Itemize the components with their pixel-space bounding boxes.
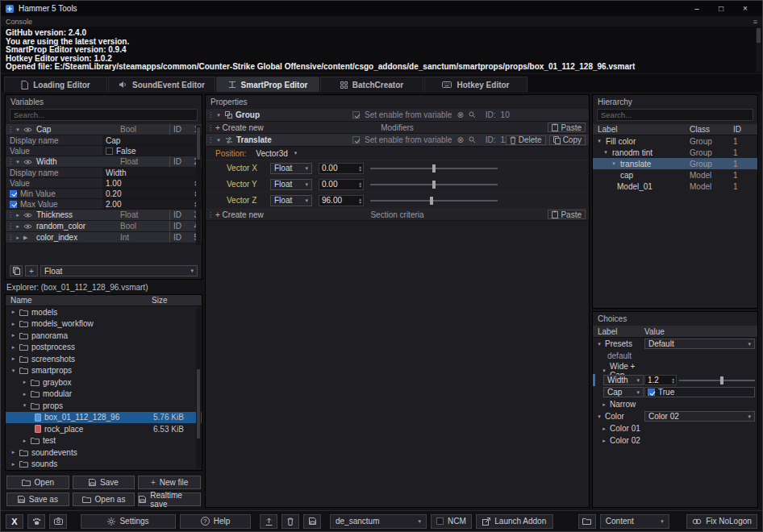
close-button[interactable]: ×	[733, 1, 757, 16]
choice-row-color-02[interactable]: ▸Color 02	[593, 434, 757, 447]
minimize-button[interactable]: –	[685, 1, 709, 16]
width-variable-dropdown[interactable]: Width▾	[603, 375, 644, 385]
hierarchy-row-model-01[interactable]: Model_01 Model 1	[593, 181, 757, 192]
vector-slider[interactable]	[370, 163, 498, 174]
name-column-header[interactable]: Name	[6, 296, 152, 305]
tab-soundevent-editor[interactable]: SoundEvent Editor	[108, 77, 215, 92]
camera-button[interactable]	[49, 514, 67, 529]
tree-item-box-01-112-128-96[interactable]: box_01_112_128_965.76 KiB	[6, 412, 202, 424]
save-as-button[interactable]: Save as	[6, 493, 69, 506]
tree-item-modular[interactable]: ▸modular	[6, 389, 202, 401]
chevron-right-icon[interactable]: ▸	[22, 379, 27, 385]
tree-item-sounds[interactable]: ▸sounds	[6, 459, 202, 471]
max-value-checkbox[interactable]	[10, 201, 17, 208]
chevron-right-icon[interactable]: ▸	[10, 321, 16, 327]
variable-row[interactable]: ⋮ ▸ random_color Bool ID4	[6, 221, 202, 232]
choice-row-presets[interactable]: ▾Presets Default▾	[593, 338, 757, 350]
choice-row-color[interactable]: ▾Color Color 02▾	[593, 410, 757, 422]
tab-loading-editor[interactable]: Loading Editor	[4, 77, 107, 92]
chevron-down-icon[interactable]: ▾	[215, 137, 222, 143]
chevron-right-icon[interactable]: ▸	[601, 438, 607, 444]
export-button[interactable]	[260, 514, 277, 529]
variable-row[interactable]: ⋮ ▸ Thickness Float ID3	[6, 210, 202, 221]
chevron-down-icon[interactable]: ▾	[15, 127, 21, 133]
label-column-header[interactable]: Label	[593, 125, 690, 134]
chevron-right-icon[interactable]: ▸	[601, 426, 607, 432]
tree-item-models-workflow[interactable]: ▸models_workflow	[6, 318, 202, 330]
width-slider[interactable]	[679, 375, 755, 385]
chevron-right-icon[interactable]: ▸	[22, 438, 27, 444]
copy-button[interactable]: Copy	[549, 135, 586, 145]
folder-button[interactable]	[578, 514, 596, 529]
drag-handle-icon[interactable]: ⋮	[7, 126, 12, 133]
tree-item-test[interactable]: ▸test	[6, 435, 202, 447]
vector-type-dropdown[interactable]: Float▾	[270, 195, 312, 206]
chevron-down-icon[interactable]: ▾	[601, 368, 607, 374]
ncm-checkbox[interactable]	[436, 517, 444, 525]
tree-item-props[interactable]: ▾props	[6, 400, 202, 412]
drag-handle-icon[interactable]: ⋮	[7, 222, 12, 230]
spinner-arrows-icon[interactable]: ▴▾	[672, 377, 676, 384]
vector-slider[interactable]	[370, 179, 498, 190]
spinner-arrows-icon[interactable]: ▴▾	[359, 197, 363, 204]
hierarchy-row-fill-color[interactable]: ▾Fill color Group 1	[593, 135, 757, 147]
variables-scrollbar[interactable]	[196, 126, 201, 245]
tab-smartprop-editor[interactable]: SmartProp Editor	[216, 77, 319, 92]
paw-button[interactable]	[27, 514, 45, 529]
console-menu-icon[interactable]: ≡	[753, 18, 757, 26]
unlink-icon[interactable]: ⊗	[457, 110, 463, 119]
explorer-scrollbar[interactable]	[196, 308, 201, 468]
variable-row[interactable]: ⋮ ▾ Cap Bool ID1	[6, 124, 202, 135]
chevron-right-icon[interactable]: ▸	[15, 235, 21, 241]
variable-row[interactable]: ⋮ ▾ Width Float ID2	[6, 156, 202, 168]
drag-handle-icon[interactable]: ⋮	[7, 211, 12, 218]
chevron-right-icon[interactable]: ▸	[15, 212, 21, 218]
max-value-spinbox[interactable]: 2.00 ▴▾	[102, 199, 202, 209]
eye-icon[interactable]	[23, 223, 34, 230]
vector-value-spinbox[interactable]: 96.00▴▾	[319, 195, 364, 206]
chevron-down-icon[interactable]: ▾	[596, 341, 602, 347]
x-social-button[interactable]: X	[6, 514, 23, 529]
value-spinbox[interactable]: 1.00 ▴▾	[102, 178, 202, 188]
fix-nologon-button[interactable]: Fix NoLogon	[686, 514, 757, 529]
search-icon[interactable]	[469, 111, 476, 118]
tab-batchcreator[interactable]: BatchCreator	[320, 77, 423, 92]
chevron-down-icon[interactable]: ▾	[602, 149, 609, 156]
help-button[interactable]: ?Help	[180, 514, 251, 529]
play-icon[interactable]: ▶	[23, 235, 34, 241]
chevron-down-icon[interactable]: ▾	[215, 112, 222, 118]
content-dropdown[interactable]: Content▾	[600, 514, 669, 529]
eye-icon[interactable]	[23, 212, 34, 218]
label-column-header[interactable]: Label	[593, 327, 644, 336]
paste-modifier-button[interactable]: Paste	[548, 123, 586, 132]
min-value-spinbox[interactable]: 0.20 ▴▾	[102, 189, 202, 198]
enable-from-variable-checkbox[interactable]	[352, 136, 360, 143]
open-as-button[interactable]: Open as	[73, 493, 136, 506]
unlink-icon[interactable]: ⊗	[457, 135, 463, 144]
chevron-right-icon[interactable]: ▸	[10, 449, 16, 455]
open-button[interactable]: Open	[6, 476, 69, 489]
chevron-down-icon[interactable]: ▾	[15, 159, 21, 165]
tree-item-screenshots[interactable]: ▸screenshots	[6, 353, 202, 365]
drag-handle-icon[interactable]: ⋮	[7, 234, 12, 241]
tab-hotkey-editor[interactable]: Hotkey Editor	[424, 77, 527, 92]
create-new-criteria-button[interactable]: + Create new	[215, 210, 264, 219]
presets-dropdown[interactable]: Default▾	[644, 339, 755, 349]
eye-icon[interactable]	[23, 159, 34, 165]
chevron-down-icon[interactable]: ▾	[10, 368, 16, 374]
enable-from-variable-checkbox[interactable]	[352, 111, 360, 118]
hierarchy-row-ranodm-tint[interactable]: ▾ranodm tint Group 1	[593, 147, 757, 158]
chevron-right-icon[interactable]: ▸	[15, 223, 21, 230]
cap-variable-dropdown[interactable]: Cap▾	[603, 387, 644, 397]
value-column-header[interactable]: Value	[644, 327, 757, 336]
min-value-checkbox[interactable]	[10, 190, 17, 197]
group-node-row[interactable]: ⋮ ▾ Group Set enable from variable ⊗ ID:…	[206, 109, 589, 122]
tree-item-postprocess[interactable]: ▸postprocess	[6, 342, 202, 354]
id-column-header[interactable]: ID	[733, 125, 757, 134]
choice-row-wide-cap[interactable]: ▾Wide + Cap	[593, 362, 757, 374]
new-file-button[interactable]: +New file	[138, 476, 201, 489]
tree-item-soundevents[interactable]: ▸soundevents	[6, 447, 202, 459]
realtime-save-button[interactable]: Realtime save	[138, 493, 201, 506]
addon-dropdown[interactable]: de_sanctum▾	[330, 514, 427, 529]
paste-criteria-button[interactable]: Paste	[548, 210, 586, 219]
